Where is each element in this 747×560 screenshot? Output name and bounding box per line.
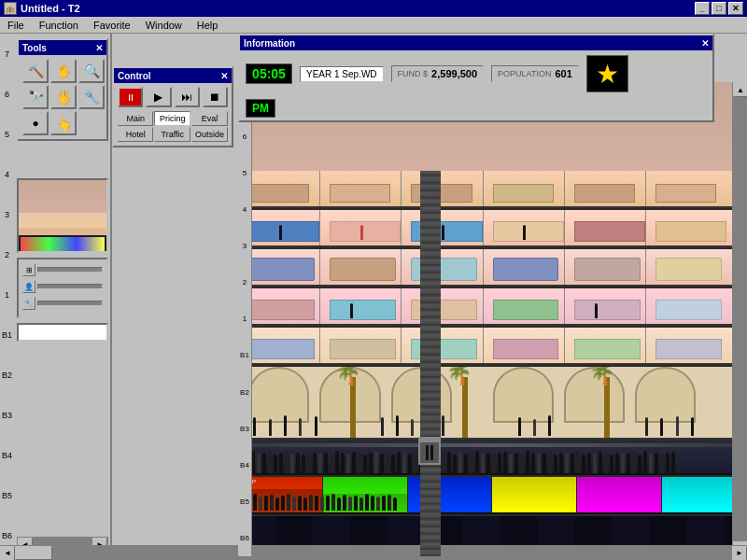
tab-main[interactable]: Main — [118, 111, 153, 126]
floor-label-5: 5 — [4, 129, 10, 140]
slider-track-3[interactable] — [37, 301, 103, 306]
tool-open-hand[interactable]: 🖐 — [50, 85, 77, 109]
text-input-area — [17, 323, 108, 342]
menu-function[interactable]: Function — [35, 19, 82, 32]
floor-label-4: 4 — [4, 169, 10, 180]
slider-icon-2[interactable]: 👤 — [22, 280, 35, 293]
app-icon: 🏨 — [4, 2, 17, 15]
title-bar: 🏨 Untitled - T2 _ □ ✕ — [0, 0, 747, 17]
tool-hammer[interactable]: 🔨 — [22, 59, 49, 83]
floor-label-1: 1 — [4, 289, 10, 301]
left-panel: 7 6 5 4 3 2 1 B1 B2 B3 B4 B5 B6 Tools ✕ … — [0, 34, 112, 556]
floor-lobby: 🌴 🌴 🌴 — [238, 367, 747, 441]
control-content: ⏸ ▶ ⏭ ⏹ Main Pricing Eval Hotel Traffic … — [114, 83, 232, 146]
control-tabs: Main Pricing Eval Hotel Traffic Outside — [118, 111, 228, 142]
slider-track-1[interactable] — [37, 267, 103, 273]
fund-field: FUND $ 2,599,500 — [391, 65, 484, 82]
population-label: POPULATION — [498, 69, 551, 78]
game-floor-b4: B4 — [240, 461, 249, 469]
menu-help[interactable]: Help — [193, 19, 222, 32]
stop-button[interactable]: ⏹ — [203, 87, 228, 107]
tools-close[interactable]: ✕ — [95, 43, 103, 53]
tool-magnifier[interactable]: 🔍 — [78, 59, 105, 83]
floor-b1 — [238, 441, 747, 477]
tab-outside[interactable]: Outside — [191, 127, 228, 142]
play-button[interactable]: ▶ — [146, 87, 171, 107]
population-field: POPULATION 601 — [491, 65, 579, 82]
tab-eval[interactable]: Eval — [191, 111, 228, 126]
info-content: 05:05 YEAR 1 Sep.WD FUND $ 2,599,500 POP… — [240, 50, 712, 97]
right-scrollbar: ▲ ▼ — [732, 82, 747, 556]
tool-pointer[interactable]: 👆 — [50, 111, 77, 135]
floor-label-b2: B2 — [1, 370, 13, 381]
game-floor-labels: 7 6 5 4 3 2 1 B1 B2 B3 B4 B5 B6 — [238, 82, 252, 556]
game-floor-b5: B5 — [240, 497, 249, 506]
game-floor-b1: B1 — [240, 351, 249, 359]
game-floor-3: 3 — [243, 242, 247, 250]
title-bar-left: 🏨 Untitled - T2 — [4, 2, 80, 15]
menu-bar: File Function Favorite Window Help — [0, 17, 747, 34]
tools-title: Tools ✕ — [19, 40, 106, 55]
floor-label-6: 6 — [4, 89, 10, 100]
minimize-button[interactable]: _ — [695, 2, 710, 15]
fund-value: 2,599,500 — [431, 68, 477, 79]
game-floor-5: 5 — [243, 169, 247, 177]
floor-5 — [238, 249, 747, 288]
fast-button[interactable]: ⏭ — [175, 87, 200, 107]
tools-label: Tools — [22, 43, 47, 53]
menu-window[interactable]: Window — [142, 19, 186, 32]
slider-track-2[interactable] — [37, 284, 103, 289]
tool-ball[interactable]: ● — [22, 111, 49, 135]
thumbnail-area — [17, 178, 108, 253]
game-floor-1: 1 — [243, 315, 247, 323]
slider-row-1: ⊞ — [22, 263, 103, 276]
window-title: Untitled - T2 — [21, 3, 80, 14]
scroll-up-btn[interactable]: ▲ — [733, 82, 747, 97]
floor-b2: SHOP — [238, 477, 747, 516]
tab-pricing[interactable]: Pricing — [154, 111, 190, 126]
thumbnail-image — [19, 180, 106, 251]
menu-favorite[interactable]: Favorite — [90, 19, 134, 32]
info-title-bar: Information ✕ — [240, 35, 712, 50]
tool-wrench[interactable]: 🔧 — [78, 85, 105, 109]
tab-hotel[interactable]: Hotel — [118, 127, 153, 142]
bottom-scrollbar: ◄ ► — [0, 545, 747, 560]
game-floor-6: 6 — [243, 133, 247, 141]
elevator-shaft — [420, 171, 441, 556]
floor-label-7: 7 — [4, 49, 10, 60]
hscroll-track[interactable] — [15, 546, 732, 560]
control-window: Control ✕ ⏸ ▶ ⏭ ⏹ Main Pricing Eval Hote… — [112, 66, 233, 147]
vscroll-track[interactable] — [733, 97, 747, 541]
hscroll-thumb[interactable] — [15, 546, 52, 560]
floor-3 — [238, 328, 747, 367]
hotel-building: 🌴 🌴 🌴 — [238, 82, 747, 556]
control-close[interactable]: ✕ — [220, 71, 228, 81]
floor-6 — [238, 210, 747, 249]
menu-file[interactable]: File — [4, 19, 28, 32]
main-area: 7 6 5 4 3 2 1 B1 B2 B3 B4 B5 B6 Tools ✕ … — [0, 34, 747, 556]
control-title-label: Control — [118, 71, 151, 81]
pause-button[interactable]: ⏸ — [118, 87, 143, 107]
maximize-button[interactable]: □ — [712, 2, 726, 15]
population-value: 601 — [555, 68, 571, 79]
fund-label: FUND $ — [398, 69, 429, 78]
hscroll-left-btn[interactable]: ◄ — [0, 546, 15, 561]
floor-7 — [238, 171, 747, 210]
game-viewport[interactable]: 🌴 🌴 🌴 — [238, 82, 747, 556]
close-button[interactable]: ✕ — [728, 2, 743, 15]
tool-hand[interactable]: ✋ — [50, 59, 77, 83]
hscroll-right-btn[interactable]: ► — [732, 546, 747, 561]
tools-window: Tools ✕ 🔨 ✋ 🔍 🔭 🖐 🔧 ● 👆 — [17, 38, 108, 141]
tab-traffic[interactable]: Traffic — [154, 127, 190, 142]
period-display: PM — [246, 99, 275, 118]
title-bar-buttons: _ □ ✕ — [695, 2, 743, 15]
slider-icon-1[interactable]: ⊞ — [22, 263, 35, 276]
year-display: YEAR 1 Sep.WD — [300, 66, 384, 82]
info-close[interactable]: ✕ — [701, 38, 709, 49]
floor-label-2: 2 — [4, 249, 10, 260]
game-floor-2: 2 — [243, 278, 247, 287]
slider-icon-3[interactable]: 🔧 — [22, 297, 35, 310]
tool-telescope[interactable]: 🔭 — [22, 85, 49, 109]
floor-label-b4: B4 — [1, 450, 13, 461]
floor-4 — [238, 288, 747, 328]
